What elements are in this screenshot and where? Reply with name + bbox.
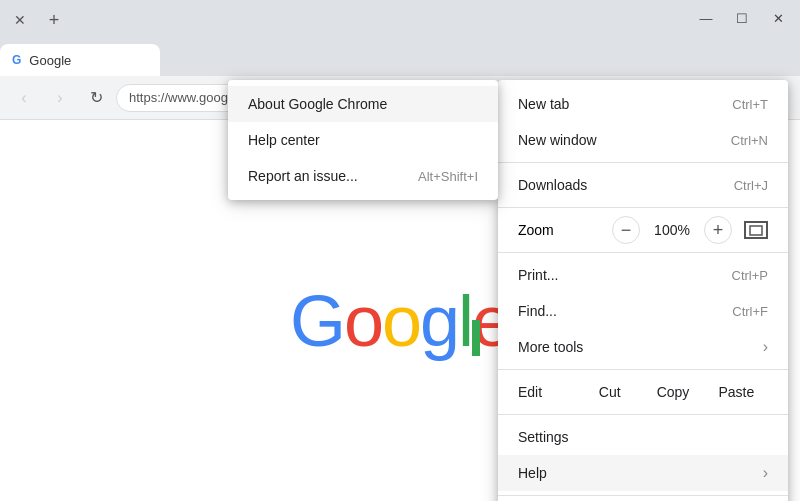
edit-label: Edit (518, 384, 578, 400)
window-close-button[interactable]: ✕ (768, 8, 788, 28)
maximize-button[interactable]: ☐ (732, 8, 752, 28)
zoom-value: 100% (652, 222, 692, 238)
help-submenu: About Google Chrome Help center Report a… (228, 80, 498, 200)
divider-6 (498, 495, 788, 496)
reload-button[interactable]: ↻ (80, 82, 112, 114)
divider-4 (498, 369, 788, 370)
copy-button[interactable]: Copy (641, 378, 704, 406)
more-tools-arrow-icon: › (763, 338, 768, 356)
menu-item-find[interactable]: Find... Ctrl+F (498, 293, 788, 329)
divider-1 (498, 162, 788, 163)
menu-item-more-tools[interactable]: More tools › (498, 329, 788, 365)
menu-item-find-label: Find... (518, 303, 557, 319)
logo-l: l (458, 280, 472, 362)
edit-row: Edit Cut Copy Paste (498, 374, 788, 410)
fullscreen-icon (749, 225, 763, 236)
zoom-minus-button[interactable]: − (612, 216, 640, 244)
divider-5 (498, 414, 788, 415)
menu-item-new-window[interactable]: New window Ctrl+N (498, 122, 788, 158)
divider-2 (498, 207, 788, 208)
help-arrow-icon: › (763, 464, 768, 482)
zoom-controls: − 100% + (612, 216, 768, 244)
zoom-label: Zoom (518, 222, 554, 238)
submenu-item-about[interactable]: About Google Chrome (228, 86, 498, 122)
menu-item-more-tools-label: More tools (518, 339, 583, 355)
divider-3 (498, 252, 788, 253)
new-tab-button[interactable]: + (40, 6, 68, 34)
minimize-button[interactable]: — (696, 8, 716, 28)
logo-g: G (290, 280, 344, 362)
menu-item-downloads[interactable]: Downloads Ctrl+J (498, 167, 788, 203)
submenu-item-about-label: About Google Chrome (248, 96, 387, 112)
menu-item-new-tab[interactable]: New tab Ctrl+T (498, 86, 788, 122)
zoom-row: Zoom − 100% + (498, 212, 788, 248)
menu-item-print[interactable]: Print... Ctrl+P (498, 257, 788, 293)
menu-item-downloads-shortcut: Ctrl+J (734, 178, 768, 193)
logo-g2: g (420, 280, 458, 362)
menu-item-settings-label: Settings (518, 429, 569, 445)
paste-button[interactable]: Paste (705, 378, 768, 406)
menu-item-settings[interactable]: Settings (498, 419, 788, 455)
menu-item-help[interactable]: Help › (498, 455, 788, 491)
submenu-item-help-center[interactable]: Help center (228, 122, 498, 158)
menu-item-help-label: Help (518, 465, 547, 481)
window-controls: — ☐ ✕ (696, 8, 788, 28)
zoom-fullscreen-button[interactable] (744, 221, 768, 239)
logo-o2: o (382, 280, 420, 362)
menu-item-print-label: Print... (518, 267, 558, 283)
tab-favicon: G (12, 53, 21, 67)
tab-google[interactable]: G Google (0, 44, 160, 76)
forward-button[interactable]: › (44, 82, 76, 114)
submenu-item-help-center-label: Help center (248, 132, 320, 148)
title-bar: ✕ + — ☐ ✕ (0, 0, 800, 40)
submenu-item-report-issue[interactable]: Report an issue... Alt+Shift+I (228, 158, 498, 194)
menu-item-new-tab-shortcut: Ctrl+T (732, 97, 768, 112)
svg-rect-2 (750, 226, 762, 235)
back-button[interactable]: ‹ (8, 82, 40, 114)
cut-button[interactable]: Cut (578, 378, 641, 406)
tab-label: Google (29, 53, 71, 68)
menu-item-new-window-label: New window (518, 132, 597, 148)
menu-item-new-window-shortcut: Ctrl+N (731, 133, 768, 148)
menu-item-new-tab-label: New tab (518, 96, 569, 112)
logo-o1: o (344, 280, 382, 362)
menu-item-find-shortcut: Ctrl+F (732, 304, 768, 319)
submenu-item-report-shortcut: Alt+Shift+I (418, 169, 478, 184)
dropdown-menu: New tab Ctrl+T New window Ctrl+N Downloa… (498, 80, 788, 501)
zoom-plus-button[interactable]: + (704, 216, 732, 244)
close-button[interactable]: ✕ (8, 8, 32, 32)
tab-bar: G Google (0, 40, 800, 76)
submenu-item-report-issue-label: Report an issue... (248, 168, 358, 184)
google-logo: G o o g l e (290, 280, 510, 362)
menu-item-print-shortcut: Ctrl+P (732, 268, 768, 283)
menu-item-downloads-label: Downloads (518, 177, 587, 193)
